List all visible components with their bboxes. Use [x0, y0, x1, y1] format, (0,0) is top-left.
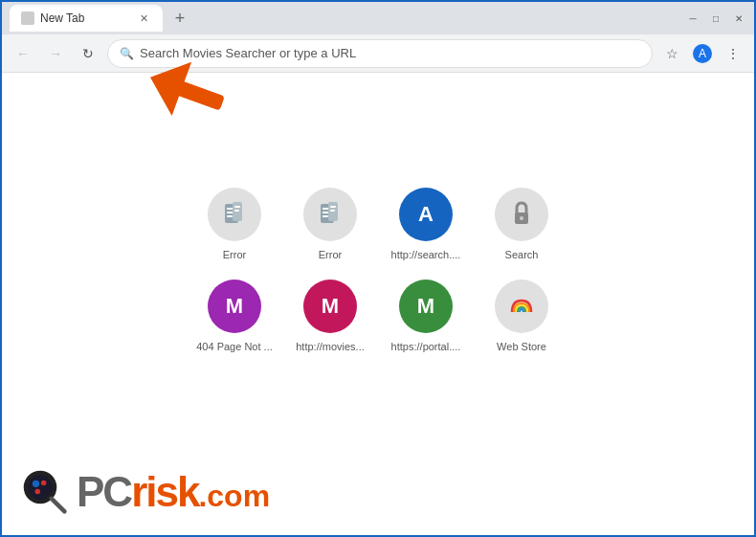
search-icon: 🔍 — [120, 47, 134, 60]
close-window-button[interactable]: ✕ — [731, 11, 746, 26]
svg-point-24 — [35, 489, 40, 494]
svg-rect-17 — [330, 210, 335, 212]
shortcut-icon-search — [495, 188, 548, 241]
shortcut-icon-error1 — [208, 188, 261, 241]
shortcut-icon-webstore — [495, 280, 548, 333]
svg-rect-14 — [322, 215, 328, 217]
profile-button[interactable]: A — [689, 40, 716, 67]
pcrisk-dotcom-text: .com — [198, 479, 270, 513]
shortcuts-grid: Error Error — [191, 188, 565, 352]
shortcut-label-error1: Error — [223, 249, 246, 260]
svg-point-21 — [28, 475, 52, 499]
svg-point-19 — [520, 216, 523, 220]
shortcut-webstore[interactable]: Web Store — [478, 280, 565, 352]
toolbar-right: ☆ A ⋮ — [658, 40, 746, 67]
toolbar: ← → ↻ 🔍 Search Movies Searcher or type a… — [2, 34, 754, 73]
svg-text:A: A — [699, 47, 706, 60]
title-bar: New Tab ✕ + ─ □ ✕ — [2, 2, 754, 34]
svg-rect-9 — [234, 206, 240, 208]
shortcut-error2[interactable]: Error — [287, 188, 373, 260]
shortcut-icon-http-search: A — [399, 188, 453, 241]
shortcut-search[interactable]: Search — [478, 188, 565, 260]
shortcut-icon-error2 — [303, 188, 357, 241]
svg-rect-7 — [227, 215, 233, 217]
reload-button[interactable]: ↻ — [75, 40, 101, 67]
pcrisk-text: PCrisk.com — [77, 468, 270, 516]
svg-point-22 — [33, 481, 39, 487]
new-tab-button[interactable]: + — [167, 5, 193, 32]
bookmark-button[interactable]: ☆ — [658, 40, 685, 67]
svg-rect-16 — [330, 206, 336, 208]
shortcut-icon-portal: M — [399, 280, 453, 333]
browser-window: New Tab ✕ + ─ □ ✕ ← → ↻ 🔍 Search Movies … — [0, 0, 756, 537]
shortcut-error1[interactable]: Error — [191, 188, 278, 260]
shortcut-https-portal[interactable]: M https://portal.... — [383, 280, 469, 352]
shortcut-icon-404: M — [208, 280, 261, 333]
back-button[interactable]: ← — [10, 40, 36, 67]
shortcut-icon-movies: M — [303, 280, 357, 333]
maximize-button[interactable]: □ — [708, 11, 723, 26]
menu-button[interactable]: ⋮ — [720, 40, 746, 67]
active-tab[interactable]: New Tab ✕ — [10, 5, 163, 32]
pcrisk-magnifier-icon — [21, 468, 69, 516]
shortcut-label-webstore: Web Store — [497, 341, 546, 352]
shortcut-http-movies[interactable]: M http://movies... — [287, 280, 373, 352]
shortcut-label-movies: http://movies... — [296, 341, 365, 352]
shortcut-label-portal: https://portal.... — [391, 341, 461, 352]
svg-point-23 — [41, 481, 46, 485]
tab-favicon — [21, 11, 34, 25]
svg-line-25 — [52, 499, 65, 512]
minimize-button[interactable]: ─ — [685, 11, 700, 26]
shortcut-label-error2: Error — [319, 249, 342, 260]
shortcut-label-http-search: http://search.... — [391, 249, 461, 260]
shortcut-404-page[interactable]: M 404 Page Not ... — [191, 280, 278, 352]
shortcut-label-search: Search — [505, 249, 539, 260]
tab-title: New Tab — [40, 11, 84, 25]
pcrisk-pc-text: PC — [77, 468, 131, 515]
window-controls: ─ □ ✕ — [685, 11, 746, 26]
svg-rect-10 — [234, 210, 239, 212]
pcrisk-logo: PCrisk.com — [21, 468, 270, 516]
new-tab-content: Error Error — [2, 73, 754, 535]
pcrisk-risk-text: risk — [131, 468, 198, 515]
shortcut-label-404: 404 Page Not ... — [196, 341, 273, 352]
shortcut-http-search[interactable]: A http://search.... — [383, 188, 469, 260]
tab-close-button[interactable]: ✕ — [136, 11, 151, 26]
forward-button[interactable]: → — [42, 40, 69, 67]
